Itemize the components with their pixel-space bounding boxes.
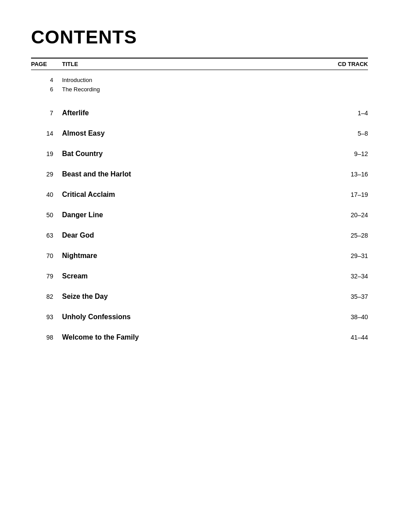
table-row: 29Beast and the Harlot13–16 <box>31 164 368 184</box>
track-page-num-2: 19 <box>31 150 62 157</box>
track-page-num-0: 7 <box>31 110 62 117</box>
table-row: 40Critical Acclaim17–19 <box>31 184 368 205</box>
track-cd-num-4: 17–19 <box>315 191 368 198</box>
track-cd-num-8: 32–34 <box>315 273 368 280</box>
track-page-num-1: 14 <box>31 130 62 137</box>
list-item: 4 Introduction <box>31 75 368 85</box>
track-section: 7Afterlife1–414Almost Easy5–819Bat Count… <box>31 103 368 348</box>
track-cd-num-2: 9–12 <box>315 150 368 157</box>
table-row: 14Almost Easy5–8 <box>31 123 368 144</box>
track-page-num-3: 29 <box>31 171 62 178</box>
track-cd-num-10: 38–40 <box>315 313 368 321</box>
table-row: 79Scream32–34 <box>31 266 368 286</box>
table-row: 7Afterlife1–4 <box>31 103 368 123</box>
track-page-num-9: 82 <box>31 293 62 300</box>
track-title-3: Beast and the Harlot <box>62 170 315 178</box>
col-header-cdtrack: CD TRACK <box>315 61 368 67</box>
track-title-2: Bat Country <box>62 150 315 158</box>
track-title-10: Unholy Confessions <box>62 313 315 321</box>
table-row: 19Bat Country9–12 <box>31 144 368 164</box>
track-title-4: Critical Acclaim <box>62 191 315 199</box>
track-cd-num-9: 35–37 <box>315 293 368 300</box>
table-row: 50Danger Line20–24 <box>31 205 368 225</box>
track-page-num-10: 93 <box>31 313 62 321</box>
table-row: 98Welcome to the Family41–44 <box>31 327 368 348</box>
track-cd-num-7: 29–31 <box>315 252 368 259</box>
contents-page: CONTENTS PAGE TITLE CD TRACK 4 Introduct… <box>0 0 399 532</box>
table-row: 93Unholy Confessions38–40 <box>31 307 368 327</box>
column-header-row: PAGE TITLE CD TRACK <box>31 58 368 70</box>
page-title: CONTENTS <box>31 27 368 48</box>
intro-page-num-0: 4 <box>31 77 62 83</box>
table-row: 82Seize the Day35–37 <box>31 286 368 307</box>
track-page-num-8: 79 <box>31 273 62 280</box>
track-page-num-7: 70 <box>31 252 62 259</box>
track-cd-num-5: 20–24 <box>315 211 368 219</box>
track-cd-num-3: 13–16 <box>315 171 368 178</box>
col-header-title: TITLE <box>62 61 315 67</box>
track-cd-num-6: 25–28 <box>315 232 368 239</box>
track-title-7: Nightmare <box>62 252 315 260</box>
track-cd-num-1: 5–8 <box>315 130 368 137</box>
list-item: 6 The Recording <box>31 85 368 94</box>
intro-page-num-1: 6 <box>31 86 62 93</box>
track-title-8: Scream <box>62 272 315 280</box>
track-title-9: Seize the Day <box>62 293 315 301</box>
track-page-num-11: 98 <box>31 334 62 341</box>
table-row: 63Dear God25–28 <box>31 225 368 246</box>
track-page-num-4: 40 <box>31 191 62 198</box>
track-page-num-6: 63 <box>31 232 62 239</box>
intro-section: 4 Introduction 6 The Recording <box>31 75 368 94</box>
track-title-11: Welcome to the Family <box>62 333 315 341</box>
track-title-0: Afterlife <box>62 109 315 117</box>
col-header-page: PAGE <box>31 61 62 67</box>
track-title-5: Danger Line <box>62 211 315 219</box>
track-title-6: Dear God <box>62 231 315 239</box>
intro-title-1: The Recording <box>62 86 368 93</box>
track-page-num-5: 50 <box>31 211 62 219</box>
track-title-1: Almost Easy <box>62 129 315 137</box>
intro-title-0: Introduction <box>62 77 368 83</box>
table-row: 70Nightmare29–31 <box>31 246 368 266</box>
track-cd-num-11: 41–44 <box>315 334 368 341</box>
track-cd-num-0: 1–4 <box>315 110 368 117</box>
